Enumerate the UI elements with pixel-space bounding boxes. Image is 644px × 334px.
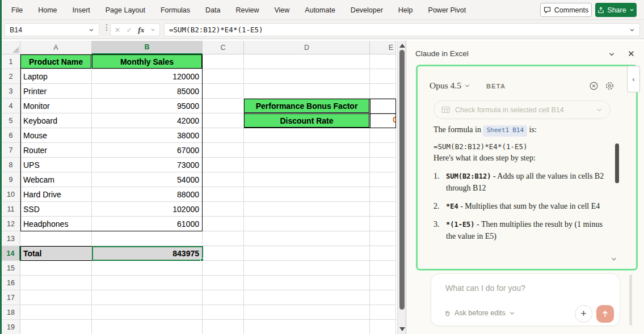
cell-C7[interactable] [203, 143, 244, 158]
cell-B16[interactable] [92, 276, 203, 290]
cell-D7[interactable] [244, 143, 370, 158]
row-header-9[interactable]: 9 [2, 172, 20, 187]
gear-icon[interactable] [605, 81, 614, 91]
column-header-A[interactable]: A [20, 41, 92, 54]
row-header-2[interactable]: 2 [2, 69, 20, 84]
cell-D8[interactable] [244, 158, 370, 172]
cell-D1[interactable] [244, 54, 370, 69]
ribbon-tab-formulas[interactable]: Formulas [161, 6, 190, 14]
ribbon-tab-home[interactable]: Home [38, 6, 57, 14]
row-header-11[interactable]: 11 [2, 202, 20, 217]
task-pane-close-icon[interactable]: ✕ [628, 49, 635, 59]
chevron-down-icon[interactable] [89, 27, 94, 33]
row-header-12[interactable]: 12 [2, 217, 20, 231]
share-button[interactable]: Share [595, 3, 637, 17]
cell-E8[interactable] [370, 158, 396, 172]
chevron-down-icon[interactable] [464, 83, 470, 89]
cell-C4[interactable] [203, 99, 244, 113]
name-box[interactable]: B14 [5, 23, 99, 36]
cell-D6[interactable] [244, 128, 370, 143]
scroll-up-icon[interactable] [399, 44, 405, 48]
cell-A18[interactable] [20, 305, 92, 320]
cell-D17[interactable] [244, 290, 370, 305]
row-header-4[interactable]: 4 [2, 99, 20, 113]
cell-B18[interactable] [92, 305, 203, 320]
cell-B11[interactable]: 102000 [92, 202, 203, 217]
cell-E12[interactable] [370, 217, 396, 231]
cell-D5[interactable]: Discount Rate [244, 113, 370, 128]
row-header-10[interactable]: 10 [2, 187, 20, 202]
cell-A19[interactable] [20, 320, 92, 334]
message-scrollbar-thumb[interactable] [615, 143, 619, 183]
cell-D12[interactable] [244, 217, 370, 231]
clear-chat-icon[interactable] [589, 81, 599, 91]
scroll-down-icon[interactable] [399, 327, 405, 331]
cell-E16[interactable] [370, 276, 396, 290]
cell-A6[interactable]: Mouse [20, 128, 92, 143]
cell-E14[interactable] [370, 246, 396, 261]
column-header-E[interactable]: E [370, 41, 396, 54]
cell-A13[interactable] [20, 231, 92, 246]
cell-C12[interactable] [203, 217, 244, 231]
cell-E5[interactable]: 0 [370, 113, 396, 128]
cell-C13[interactable] [203, 231, 244, 246]
cell-E1[interactable] [370, 54, 396, 69]
cell-C9[interactable] [203, 172, 244, 187]
cell-C1[interactable] [203, 54, 244, 69]
row-header-7[interactable]: 7 [2, 143, 20, 158]
cell-D15[interactable] [244, 261, 370, 276]
cell-D9[interactable] [244, 172, 370, 187]
cell-A2[interactable]: Laptop [20, 69, 92, 84]
cell-E13[interactable] [370, 231, 396, 246]
ribbon-tab-data[interactable]: Data [205, 6, 220, 14]
enter-icon[interactable]: ✓ [127, 26, 132, 34]
ribbon-tab-insert[interactable]: Insert [73, 6, 90, 14]
row-header-3[interactable]: 3 [2, 84, 20, 99]
model-selector[interactable]: Opus 4.5 [430, 81, 461, 91]
cell-B2[interactable]: 120000 [92, 69, 203, 84]
cell-C6[interactable] [203, 128, 244, 143]
cell-D10[interactable] [244, 187, 370, 202]
cell-C8[interactable] [203, 158, 244, 172]
chevron-down-icon[interactable] [596, 107, 603, 113]
cell-E19[interactable] [370, 320, 396, 334]
cell-B19[interactable] [92, 320, 203, 334]
pane-scrollbar-track[interactable] [629, 274, 632, 325]
collapse-pane-handle[interactable]: ‹ [627, 66, 640, 92]
cell-B8[interactable]: 73000 [92, 158, 203, 172]
cell-A3[interactable]: Printer [20, 84, 92, 99]
cell-B12[interactable]: 61000 [92, 217, 203, 231]
cell-A11[interactable]: SSD [20, 202, 92, 217]
row-header-19[interactable]: 19 [2, 320, 20, 334]
attach-button[interactable]: + [575, 305, 592, 323]
cell-A5[interactable]: Keyboard [20, 113, 92, 128]
cell-E9[interactable] [370, 172, 396, 187]
cell-D13[interactable] [244, 231, 370, 246]
cell-D14[interactable] [244, 246, 370, 261]
suggestion-pill[interactable]: Check formula in selected cell B14 [433, 100, 611, 119]
row-header-15[interactable]: 15 [2, 261, 20, 276]
ribbon-tab-developer[interactable]: Developer [351, 6, 383, 14]
cell-B7[interactable]: 67000 [92, 143, 203, 158]
column-header-D[interactable]: D [244, 41, 370, 54]
row-header-6[interactable]: 6 [2, 128, 20, 143]
cell-A16[interactable] [20, 276, 92, 290]
row-header-5[interactable]: 5 [2, 113, 20, 128]
cancel-icon[interactable]: ✕ [115, 26, 120, 34]
cell-B15[interactable] [92, 261, 203, 276]
row-header-16[interactable]: 16 [2, 276, 20, 290]
insert-function-icon[interactable]: fx [138, 26, 144, 35]
cell-A12[interactable]: Headphones [20, 217, 92, 231]
cell-B10[interactable]: 88000 [92, 187, 203, 202]
scroll-down-chevron-icon[interactable] [611, 256, 617, 263]
cell-E17[interactable] [370, 290, 396, 305]
cell-E3[interactable] [370, 84, 396, 99]
task-pane-chevron-down-icon[interactable] [608, 51, 615, 58]
cell-E4[interactable] [370, 99, 396, 113]
edit-mode-selector[interactable]: Ask before edits [444, 309, 515, 317]
chat-input-placeholder[interactable]: What can I do for you? [445, 284, 525, 293]
expand-formula-bar-icon[interactable] [629, 27, 635, 33]
cell-A15[interactable] [20, 261, 92, 276]
cell-B1[interactable]: Monthly Sales [92, 54, 203, 69]
ribbon-tab-file[interactable]: File [11, 6, 23, 14]
